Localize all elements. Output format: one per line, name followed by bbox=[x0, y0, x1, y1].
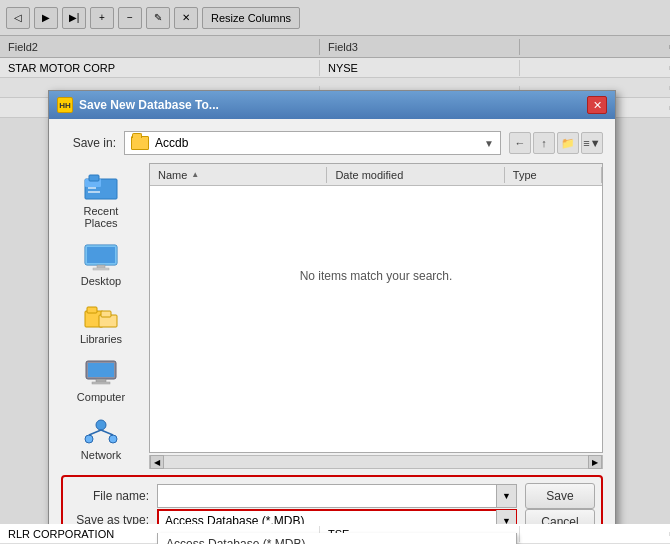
svg-rect-4 bbox=[88, 191, 100, 193]
network-icon bbox=[83, 415, 119, 447]
svg-point-20 bbox=[85, 435, 93, 443]
sidebar-item-network[interactable]: Network bbox=[65, 411, 137, 465]
scroll-track[interactable] bbox=[164, 456, 588, 468]
horizontal-scrollbar[interactable]: ◀ ▶ bbox=[149, 455, 603, 469]
dropdown-arrow-icon: ▼ bbox=[484, 138, 494, 149]
go-back-button[interactable]: ← bbox=[509, 132, 531, 154]
save-in-label: Save in: bbox=[61, 136, 116, 150]
dialog-body: Save in: Accdb ▼ ← ↑ 📁 ≡▼ bbox=[49, 119, 615, 544]
file-name-input-container: ▼ bbox=[157, 484, 517, 508]
desktop-icon bbox=[83, 241, 119, 273]
save-button[interactable]: Save bbox=[525, 483, 595, 509]
file-name-row: File name: ▼ Save bbox=[69, 483, 595, 509]
svg-line-22 bbox=[89, 430, 101, 435]
file-list-header: Name ▲ Date modified Type bbox=[150, 164, 602, 186]
sort-arrow-icon: ▲ bbox=[191, 170, 199, 179]
svg-rect-14 bbox=[101, 311, 111, 317]
sidebar-item-computer[interactable]: Computer bbox=[65, 353, 137, 407]
svg-rect-3 bbox=[88, 187, 96, 189]
file-toolbar-icons: ← ↑ 📁 ≡▼ bbox=[509, 132, 603, 154]
scroll-left-button[interactable]: ◀ bbox=[150, 455, 164, 469]
save-in-dropdown[interactable]: Accdb ▼ bbox=[124, 131, 501, 155]
file-list-empty-message: No items match your search. bbox=[150, 186, 602, 366]
new-folder-button[interactable]: 📁 bbox=[557, 132, 579, 154]
file-name-input[interactable] bbox=[157, 484, 517, 508]
dialog-titlebar: HH Save New Database To... ✕ bbox=[49, 91, 615, 119]
svg-point-19 bbox=[96, 420, 106, 430]
save-as-type-dropdown: Access Database (*.MDB) Access 2007+ Dat… bbox=[157, 533, 517, 544]
sidebar-item-desktop[interactable]: Desktop bbox=[65, 237, 137, 291]
sidebar-nav: Recent Places Desktop bbox=[61, 163, 141, 469]
dialog-title-text: Save New Database To... bbox=[79, 98, 219, 112]
svg-rect-9 bbox=[87, 247, 115, 263]
sidebar-item-label: Computer bbox=[77, 391, 125, 403]
sidebar-item-label: Desktop bbox=[81, 275, 121, 287]
file-name-dropdown-arrow[interactable]: ▼ bbox=[496, 485, 516, 507]
folder-icon bbox=[131, 136, 149, 150]
view-options-button[interactable]: ≡▼ bbox=[581, 132, 603, 154]
svg-line-23 bbox=[101, 430, 113, 435]
dialog-title-left: HH Save New Database To... bbox=[57, 97, 219, 113]
libraries-icon bbox=[83, 299, 119, 331]
svg-rect-2 bbox=[89, 175, 99, 181]
svg-rect-18 bbox=[92, 382, 110, 384]
sidebar-item-recent-places[interactable]: Recent Places bbox=[65, 167, 137, 233]
file-name-label: File name: bbox=[69, 489, 149, 503]
sidebar-item-label: Libraries bbox=[80, 333, 122, 345]
sidebar-item-label: Network bbox=[81, 449, 121, 461]
sidebar-item-libraries[interactable]: Libraries bbox=[65, 295, 137, 349]
save-dialog: HH Save New Database To... ✕ Save in: Ac… bbox=[48, 90, 616, 544]
file-list: Name ▲ Date modified Type No items match… bbox=[149, 163, 603, 453]
sidebar-item-label: Recent Places bbox=[69, 205, 133, 229]
svg-rect-8 bbox=[93, 268, 109, 270]
dialog-app-icon: HH bbox=[57, 97, 73, 113]
column-type-header[interactable]: Type bbox=[505, 167, 602, 183]
save-in-row: Save in: Accdb ▼ ← ↑ 📁 ≡▼ bbox=[61, 131, 603, 155]
svg-rect-16 bbox=[88, 363, 114, 377]
svg-point-21 bbox=[109, 435, 117, 443]
go-up-button[interactable]: ↑ bbox=[533, 132, 555, 154]
scroll-right-button[interactable]: ▶ bbox=[588, 455, 602, 469]
save-in-folder-name: Accdb bbox=[155, 136, 188, 150]
computer-icon bbox=[83, 357, 119, 389]
svg-rect-12 bbox=[87, 307, 97, 313]
dropdown-option-mdb[interactable]: Access Database (*.MDB) bbox=[158, 533, 516, 544]
file-list-container: Recent Places Desktop bbox=[61, 163, 603, 469]
cell bbox=[520, 532, 670, 536]
column-date-header[interactable]: Date modified bbox=[327, 167, 504, 183]
file-list-section: Name ▲ Date modified Type No items match… bbox=[149, 163, 603, 469]
recent-places-icon bbox=[83, 171, 119, 203]
column-name-header[interactable]: Name ▲ bbox=[150, 167, 327, 183]
dialog-close-button[interactable]: ✕ bbox=[587, 96, 607, 114]
